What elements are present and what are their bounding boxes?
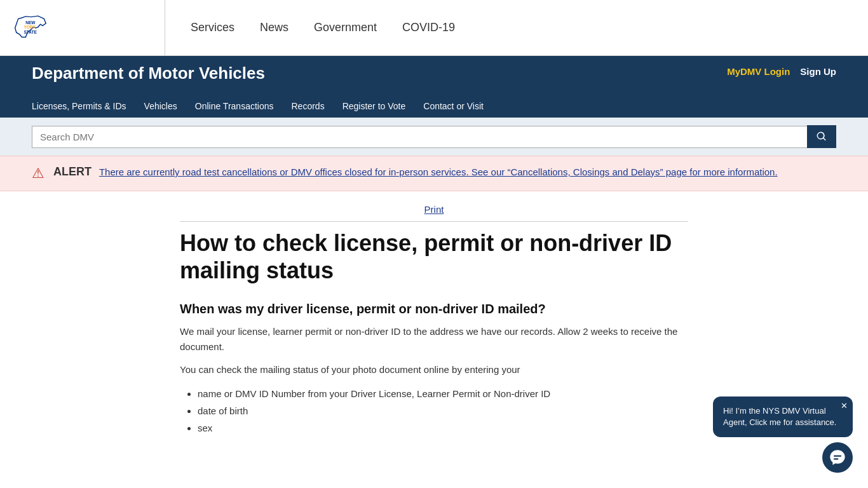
nav-vehicles[interactable]: Vehicles [144, 95, 189, 118]
alert-label: ALERT [53, 165, 92, 178]
list-item: date of birth [198, 402, 688, 419]
list-item: sex [198, 419, 688, 437]
search-icon [816, 131, 827, 142]
nav-online-transactions[interactable]: Online Transactions [195, 95, 285, 118]
para2: You can check the mailing status of your… [180, 362, 688, 377]
para1: We mail your license, learner permit or … [180, 324, 688, 355]
logo-area: NEW YORK STATE [13, 0, 165, 55]
signup-button[interactable]: Sign Up [800, 66, 836, 77]
main-content: Print How to check license, permit or no… [148, 191, 720, 462]
nav-register-to-vote[interactable]: Register to Vote [342, 95, 417, 118]
nav-covid[interactable]: COVID-19 [402, 21, 455, 34]
alert-link[interactable]: There are currently road test cancellati… [99, 166, 778, 177]
chat-bubble-text: Hi! I’m the NYS DMV Virtual Agent, Click… [723, 406, 836, 427]
print-link[interactable]: Print [424, 204, 444, 215]
svg-text:YORK: YORK [24, 25, 36, 29]
nav-contact-or-visit[interactable]: Contact or Visit [423, 95, 495, 118]
page-main-title: How to check license, permit or non-driv… [180, 229, 688, 284]
nav-licenses-permits-ids[interactable]: Licenses, Permits & IDs [32, 95, 138, 118]
mydmv-login-button[interactable]: MyDMV Login [727, 66, 790, 77]
print-link-row: Print [180, 204, 688, 222]
alert-bar: ⚠ ALERT There are currently road test ca… [0, 156, 868, 191]
nys-logo: NEW YORK STATE [13, 10, 50, 46]
section-body: When was my driver license, permit or no… [180, 302, 688, 437]
nav-services[interactable]: Services [191, 21, 234, 34]
mydmv-links: MyDMV Login Sign Up [727, 64, 836, 77]
section-heading: When was my driver license, permit or no… [180, 302, 688, 316]
svg-text:NEW: NEW [25, 20, 36, 25]
chat-open-button[interactable] [822, 442, 853, 462]
nav-news[interactable]: News [260, 21, 288, 34]
dmv-header-top: Department of Motor Vehicles MyDMV Login… [32, 64, 836, 90]
svg-text:STATE: STATE [24, 29, 37, 34]
nav-government[interactable]: Government [314, 21, 377, 34]
chat-icon [829, 449, 846, 462]
dmv-header: Department of Motor Vehicles MyDMV Login… [0, 56, 868, 118]
alert-text: There are currently road test cancellati… [99, 166, 778, 177]
dmv-title: Department of Motor Vehicles [32, 64, 265, 90]
chat-bubble[interactable]: ✕ Hi! I’m the NYS DMV Virtual Agent, Cli… [713, 396, 853, 437]
bullet-list: name or DMV ID Number from your Driver L… [198, 385, 688, 437]
search-input[interactable] [32, 126, 807, 148]
dmv-nav: Licenses, Permits & IDs Vehicles Online … [32, 95, 836, 118]
search-button[interactable] [807, 125, 836, 148]
nys-map-icon: NEW YORK STATE [13, 10, 50, 46]
close-icon[interactable]: ✕ [841, 400, 848, 412]
top-nav-links: Services News Government COVID-19 [165, 21, 455, 34]
search-bar [0, 118, 868, 156]
chat-widget: ✕ Hi! I’m the NYS DMV Virtual Agent, Cli… [713, 396, 853, 463]
nav-records[interactable]: Records [292, 95, 336, 118]
alert-icon: ⚠ [32, 165, 44, 182]
list-item: name or DMV ID Number from your Driver L… [198, 385, 688, 402]
alert-content: ALERT There are currently road test canc… [53, 165, 778, 179]
top-navigation: NEW YORK STATE Services News Government … [0, 0, 868, 56]
